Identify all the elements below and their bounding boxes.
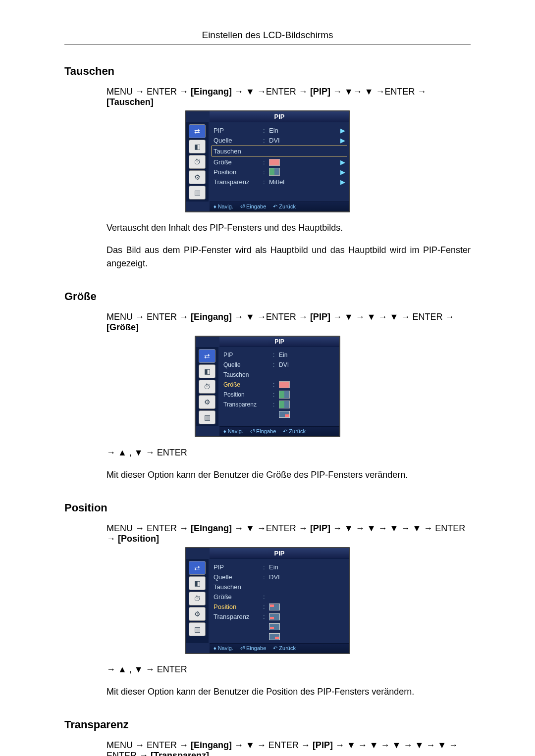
nav-sequence-transparenz: MENU → ENTER → [Eingang] → → ENTER → [PI…	[107, 740, 471, 756]
multi-icon: ▥	[199, 410, 215, 424]
header-divider	[64, 45, 471, 45]
osd-screenshot-groesse: PIP ⇄ ◧ ⏱ ⚙ ▥ PIP:Ein Quelle:DVI Tausche…	[195, 336, 340, 437]
picture-icon: ◧	[189, 576, 206, 590]
osd-highlighted-row: Tauschen	[214, 148, 263, 155]
setup-icon: ⚙	[199, 395, 215, 409]
osd-screenshot-tauschen: PIP ⇄ ◧ ⏱ ⚙ ▥ PIP:Ein▶ Quelle:DVI▶ Tausc…	[185, 110, 350, 212]
osd-screenshot-position: PIP ⇄ ◧ ⏱ ⚙ ▥ PIP:Ein Quelle:DVI Tausche…	[185, 547, 350, 654]
section-title-tauschen: Tauschen	[64, 65, 471, 78]
sound-icon: ⏱	[189, 155, 206, 169]
nav-sequence-tauschen: MENU → ENTER → [Eingang] → →ENTER → [PIP…	[107, 87, 471, 107]
osd-footer: ♦ Navig. ⏎ Eingabe ↶ Zurück	[210, 202, 349, 211]
position-desc: Mit dieser Option kann der Benutzer die …	[107, 685, 471, 699]
multi-icon: ▥	[189, 186, 206, 200]
input-icon: ⇄	[199, 349, 215, 363]
multi-icon: ▥	[189, 622, 206, 636]
sound-icon: ⏱	[199, 380, 215, 394]
position-post-nav: → ▲ , ▼ → ENTER	[107, 663, 471, 676]
groesse-desc: Mit dieser Option kann der Benutzer die …	[107, 468, 471, 482]
picture-icon: ◧	[189, 140, 206, 153]
tauschen-desc-1: Vertauscht den Inhalt des PIP-Fensters u…	[107, 221, 471, 235]
section-title-groesse: Größe	[64, 290, 471, 303]
groesse-post-nav: → ▲ , ▼ → ENTER	[107, 446, 471, 459]
osd-sidebar: ⇄ ◧ ⏱ ⚙ ▥	[186, 122, 209, 202]
section-title-transparenz: Transparenz	[64, 718, 471, 731]
input-icon: ⇄	[189, 124, 206, 138]
page-header: Einstellen des LCD-Bildschirms	[64, 30, 471, 45]
setup-icon: ⚙	[189, 607, 206, 621]
input-icon: ⇄	[189, 561, 206, 575]
osd-highlighted-row: Position	[214, 603, 263, 610]
section-title-position: Position	[64, 502, 471, 514]
setup-icon: ⚙	[189, 170, 206, 184]
sound-icon: ⏱	[189, 592, 206, 605]
osd-title: PIP	[210, 111, 349, 122]
nav-sequence-position: MENU → ENTER → [Eingang] → →ENTER → [PIP…	[107, 523, 471, 544]
picture-icon: ◧	[199, 364, 215, 378]
tauschen-desc-2: Das Bild aus dem PIP-Fenster wird als Ha…	[107, 244, 471, 270]
nav-sequence-groesse: MENU → ENTER → [Eingang] → →ENTER → [PIP…	[107, 312, 471, 333]
osd-highlighted-row: Größe	[223, 381, 273, 388]
